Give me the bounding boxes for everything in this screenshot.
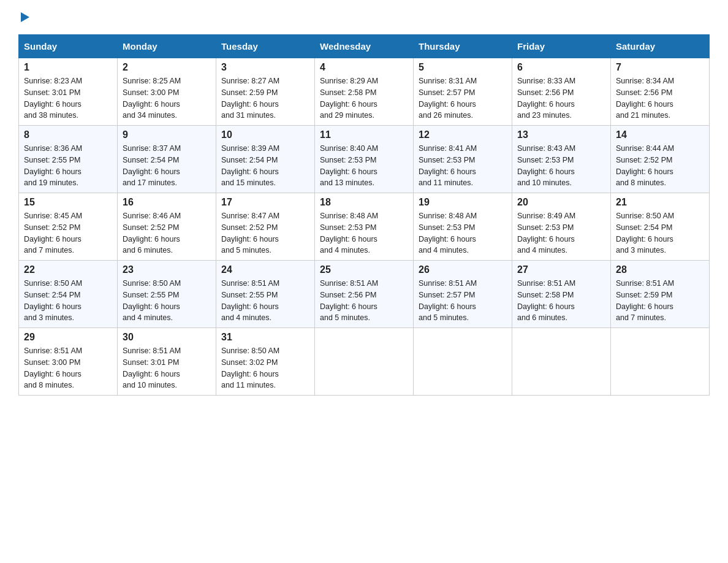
calendar-day-cell: 2 Sunrise: 8:25 AMSunset: 3:00 PMDayligh…: [118, 58, 216, 126]
logo-triangle-icon: [21, 12, 29, 22]
day-number: 14: [616, 129, 704, 140]
calendar-day-cell: 25 Sunrise: 8:51 AMSunset: 2:56 PMDaylig…: [315, 261, 414, 328]
day-info: Sunrise: 8:29 AMSunset: 2:58 PMDaylight:…: [320, 77, 378, 120]
day-info: Sunrise: 8:44 AMSunset: 2:52 PMDaylight:…: [616, 144, 674, 187]
calendar-day-cell: 20 Sunrise: 8:49 AMSunset: 2:53 PMDaylig…: [512, 193, 611, 261]
calendar-day-cell: 7 Sunrise: 8:34 AMSunset: 2:56 PMDayligh…: [611, 58, 710, 126]
day-info: Sunrise: 8:41 AMSunset: 2:53 PMDaylight:…: [419, 144, 477, 187]
day-info: Sunrise: 8:36 AMSunset: 2:55 PMDaylight:…: [24, 144, 82, 187]
calendar-day-cell: 22 Sunrise: 8:50 AMSunset: 2:54 PMDaylig…: [19, 261, 118, 328]
day-info: Sunrise: 8:51 AMSunset: 3:00 PMDaylight:…: [24, 347, 82, 389]
day-info: Sunrise: 8:40 AMSunset: 2:53 PMDaylight:…: [320, 144, 378, 187]
logo-blue: [18, 12, 29, 22]
calendar-day-cell: 15 Sunrise: 8:45 AMSunset: 2:52 PMDaylig…: [19, 193, 118, 261]
day-number: 25: [320, 264, 408, 275]
day-number: 23: [123, 264, 211, 275]
day-number: 18: [320, 197, 408, 208]
calendar-day-cell: 26 Sunrise: 8:51 AMSunset: 2:57 PMDaylig…: [414, 261, 512, 328]
day-number: 10: [221, 129, 309, 140]
calendar-day-cell: 16 Sunrise: 8:46 AMSunset: 2:52 PMDaylig…: [118, 193, 216, 261]
logo: [18, 12, 29, 22]
day-info: Sunrise: 8:25 AMSunset: 3:00 PMDaylight:…: [123, 77, 181, 120]
day-info: Sunrise: 8:23 AMSunset: 3:01 PMDaylight:…: [24, 77, 82, 120]
calendar-day-cell: 14 Sunrise: 8:44 AMSunset: 2:52 PMDaylig…: [611, 126, 710, 193]
day-number: 15: [24, 197, 112, 208]
day-info: Sunrise: 8:51 AMSunset: 2:55 PMDaylight:…: [221, 279, 279, 322]
calendar-day-cell: 13 Sunrise: 8:43 AMSunset: 2:53 PMDaylig…: [512, 126, 611, 193]
day-number: 20: [517, 197, 605, 208]
day-of-week-header: Sunday: [19, 35, 118, 58]
day-info: Sunrise: 8:47 AMSunset: 2:52 PMDaylight:…: [221, 212, 279, 255]
day-of-week-header: Friday: [512, 35, 611, 58]
day-number: 31: [221, 332, 309, 343]
day-number: 8: [24, 129, 112, 140]
day-info: Sunrise: 8:48 AMSunset: 2:53 PMDaylight:…: [419, 212, 477, 255]
calendar-day-cell: 19 Sunrise: 8:48 AMSunset: 2:53 PMDaylig…: [414, 193, 512, 261]
calendar-day-cell: 31 Sunrise: 8:50 AMSunset: 3:02 PMDaylig…: [216, 328, 315, 396]
day-number: 30: [123, 332, 211, 343]
day-of-week-header: Monday: [118, 35, 216, 58]
day-info: Sunrise: 8:31 AMSunset: 2:57 PMDaylight:…: [419, 77, 477, 120]
day-info: Sunrise: 8:51 AMSunset: 2:57 PMDaylight:…: [419, 279, 477, 322]
day-number: 4: [320, 62, 408, 73]
calendar-day-cell: 6 Sunrise: 8:33 AMSunset: 2:56 PMDayligh…: [512, 58, 611, 126]
day-number: 26: [419, 264, 507, 275]
day-info: Sunrise: 8:27 AMSunset: 2:59 PMDaylight:…: [221, 77, 279, 120]
day-number: 17: [221, 197, 309, 208]
day-info: Sunrise: 8:37 AMSunset: 2:54 PMDaylight:…: [123, 144, 181, 187]
day-info: Sunrise: 8:50 AMSunset: 2:55 PMDaylight:…: [123, 279, 181, 322]
day-number: 1: [24, 62, 112, 73]
calendar-day-cell: [315, 328, 414, 396]
day-number: 16: [123, 197, 211, 208]
calendar-day-cell: 4 Sunrise: 8:29 AMSunset: 2:58 PMDayligh…: [315, 58, 414, 126]
calendar-week-row: 15 Sunrise: 8:45 AMSunset: 2:52 PMDaylig…: [19, 193, 710, 261]
calendar-day-cell: 5 Sunrise: 8:31 AMSunset: 2:57 PMDayligh…: [414, 58, 512, 126]
day-number: 21: [616, 197, 704, 208]
day-number: 27: [517, 264, 605, 275]
day-number: 28: [616, 264, 704, 275]
header-row: SundayMondayTuesdayWednesdayThursdayFrid…: [19, 35, 710, 58]
day-number: 29: [24, 332, 112, 343]
calendar-day-cell: 21 Sunrise: 8:50 AMSunset: 2:54 PMDaylig…: [611, 193, 710, 261]
day-info: Sunrise: 8:50 AMSunset: 3:02 PMDaylight:…: [221, 347, 279, 389]
day-number: 2: [123, 62, 211, 73]
day-number: 9: [123, 129, 211, 140]
calendar-day-cell: 12 Sunrise: 8:41 AMSunset: 2:53 PMDaylig…: [414, 126, 512, 193]
calendar-day-cell: 30 Sunrise: 8:51 AMSunset: 3:01 PMDaylig…: [118, 328, 216, 396]
calendar-day-cell: 18 Sunrise: 8:48 AMSunset: 2:53 PMDaylig…: [315, 193, 414, 261]
day-info: Sunrise: 8:50 AMSunset: 2:54 PMDaylight:…: [616, 212, 674, 255]
calendar-day-cell: 28 Sunrise: 8:51 AMSunset: 2:59 PMDaylig…: [611, 261, 710, 328]
day-number: 19: [419, 197, 507, 208]
day-info: Sunrise: 8:51 AMSunset: 2:58 PMDaylight:…: [517, 279, 575, 322]
calendar-day-cell: 11 Sunrise: 8:40 AMSunset: 2:53 PMDaylig…: [315, 126, 414, 193]
day-of-week-header: Thursday: [414, 35, 512, 58]
day-info: Sunrise: 8:50 AMSunset: 2:54 PMDaylight:…: [24, 279, 82, 322]
calendar-day-cell: 17 Sunrise: 8:47 AMSunset: 2:52 PMDaylig…: [216, 193, 315, 261]
day-info: Sunrise: 8:51 AMSunset: 2:56 PMDaylight:…: [320, 279, 378, 322]
calendar-day-cell: 23 Sunrise: 8:50 AMSunset: 2:55 PMDaylig…: [118, 261, 216, 328]
calendar-week-row: 22 Sunrise: 8:50 AMSunset: 2:54 PMDaylig…: [19, 261, 710, 328]
day-info: Sunrise: 8:48 AMSunset: 2:53 PMDaylight:…: [320, 212, 378, 255]
calendar-day-cell: 9 Sunrise: 8:37 AMSunset: 2:54 PMDayligh…: [118, 126, 216, 193]
calendar-day-cell: [512, 328, 611, 396]
calendar-day-cell: 24 Sunrise: 8:51 AMSunset: 2:55 PMDaylig…: [216, 261, 315, 328]
day-info: Sunrise: 8:39 AMSunset: 2:54 PMDaylight:…: [221, 144, 279, 187]
day-of-week-header: Tuesday: [216, 35, 315, 58]
calendar-day-cell: 1 Sunrise: 8:23 AMSunset: 3:01 PMDayligh…: [19, 58, 118, 126]
day-number: 7: [616, 62, 704, 73]
calendar-week-row: 29 Sunrise: 8:51 AMSunset: 3:00 PMDaylig…: [19, 328, 710, 396]
day-info: Sunrise: 8:51 AMSunset: 2:59 PMDaylight:…: [616, 279, 674, 322]
day-of-week-header: Saturday: [611, 35, 710, 58]
day-number: 24: [221, 264, 309, 275]
day-of-week-header: Wednesday: [315, 35, 414, 58]
day-number: 3: [221, 62, 309, 73]
calendar-week-row: 1 Sunrise: 8:23 AMSunset: 3:01 PMDayligh…: [19, 58, 710, 126]
day-info: Sunrise: 8:43 AMSunset: 2:53 PMDaylight:…: [517, 144, 575, 187]
calendar-day-cell: 29 Sunrise: 8:51 AMSunset: 3:00 PMDaylig…: [19, 328, 118, 396]
day-number: 6: [517, 62, 605, 73]
calendar-day-cell: 10 Sunrise: 8:39 AMSunset: 2:54 PMDaylig…: [216, 126, 315, 193]
calendar-day-cell: 8 Sunrise: 8:36 AMSunset: 2:55 PMDayligh…: [19, 126, 118, 193]
calendar-day-cell: [414, 328, 512, 396]
day-info: Sunrise: 8:33 AMSunset: 2:56 PMDaylight:…: [517, 77, 575, 120]
day-number: 5: [419, 62, 507, 73]
